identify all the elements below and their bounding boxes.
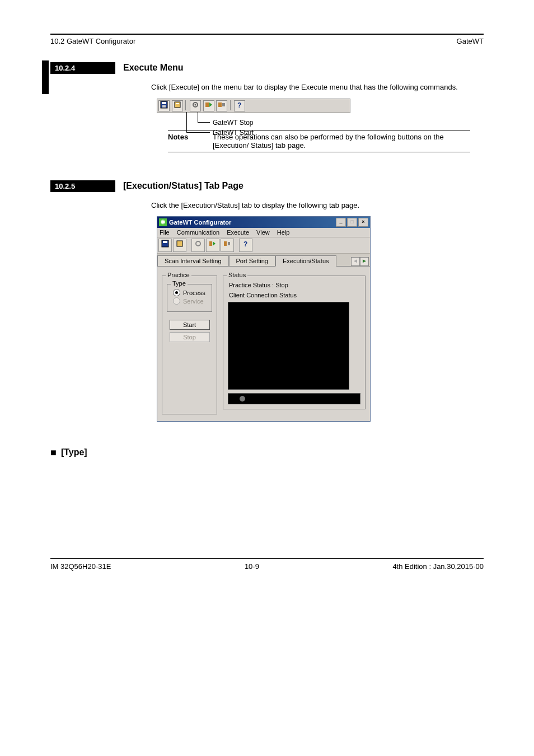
svg-rect-18 xyxy=(224,241,227,246)
help-icon: ? xyxy=(234,100,245,111)
menu-communication[interactable]: Communication xyxy=(177,229,219,236)
svg-rect-13 xyxy=(163,241,167,243)
menu-view[interactable]: View xyxy=(256,229,270,236)
svg-rect-19 xyxy=(228,242,230,245)
footer-left: IM 32Q56H20-31E xyxy=(50,562,111,571)
stop-icon[interactable] xyxy=(221,239,234,252)
svg-point-6 xyxy=(194,104,196,105)
radio-service xyxy=(173,297,180,305)
section3-title: [Type] xyxy=(61,447,87,458)
svg-rect-3 xyxy=(175,102,180,108)
gear-icon xyxy=(190,100,201,111)
type-legend: Type xyxy=(171,280,188,287)
app-icon: ✱ xyxy=(159,218,167,226)
status-indicator-bar xyxy=(228,393,360,404)
callout-stop: GateWT Stop xyxy=(213,119,253,127)
configurator-window: ✱ GateWT Configurator _ □ × File Communi… xyxy=(157,216,371,422)
section-body-2: Click the [Execution/Status] tab to disp… xyxy=(151,200,484,211)
menu-execute[interactable]: Execute xyxy=(227,229,249,236)
gear-icon[interactable] xyxy=(191,239,205,252)
menu-bar: File Communication Execute View Help xyxy=(157,228,370,237)
client-connection-list xyxy=(228,302,349,390)
tab-scroll-left-icon: ◄ xyxy=(351,257,360,266)
tab-port-setting[interactable]: Port Setting xyxy=(229,255,275,266)
notes-label: Notes xyxy=(168,133,213,150)
practice-group: Practice Type Process Service Sta xyxy=(162,276,217,414)
svg-rect-14 xyxy=(177,241,182,246)
title-bar: ✱ GateWT Configurator _ □ × xyxy=(157,217,370,228)
header-left: 10.2 GateWT Configurator xyxy=(50,37,135,45)
config-icon[interactable] xyxy=(173,239,186,252)
svg-rect-4 xyxy=(176,103,179,104)
section-title-1: Execute Menu xyxy=(123,63,184,73)
tab-scan-interval[interactable]: Scan Interval Setting xyxy=(157,255,229,266)
svg-marker-8 xyxy=(209,102,212,107)
maximize-button: □ xyxy=(347,218,357,227)
save-icon xyxy=(158,100,170,111)
svg-rect-10 xyxy=(222,103,225,106)
save-icon[interactable] xyxy=(158,239,172,252)
window-title: GateWT Configurator xyxy=(169,219,231,226)
start-icon xyxy=(203,100,214,111)
status-legend: Status xyxy=(227,272,247,278)
section-title-2: [Execution/Status] Tab Page xyxy=(123,181,243,191)
svg-rect-2 xyxy=(162,105,166,108)
window-toolbar: ? xyxy=(157,237,370,254)
tab-scroll-right-icon[interactable]: ► xyxy=(360,257,369,266)
svg-text:?: ? xyxy=(237,101,241,109)
side-marker xyxy=(42,60,49,94)
section3-bullet: ■ xyxy=(50,447,57,458)
radio-process-label: Process xyxy=(183,290,205,296)
tab-execution-status[interactable]: Execution/Status xyxy=(275,255,336,267)
menu-file[interactable]: File xyxy=(160,229,170,236)
start-icon[interactable] xyxy=(206,239,219,252)
svg-point-15 xyxy=(196,241,200,246)
practice-legend: Practice xyxy=(166,272,191,278)
svg-rect-9 xyxy=(218,102,222,107)
section-label-2: 10.2.5 xyxy=(50,180,115,192)
callout-start: GateWT Start xyxy=(213,129,254,137)
radio-service-label: Service xyxy=(183,298,204,305)
status-indicator-icon xyxy=(240,396,245,402)
section-label-1: 10.2.4 xyxy=(50,62,115,74)
config-icon xyxy=(172,100,183,111)
svg-rect-16 xyxy=(209,241,212,246)
stop-button: Stop xyxy=(170,332,210,342)
close-button[interactable]: × xyxy=(358,218,368,227)
type-group: Type Process Service xyxy=(167,284,212,312)
start-button[interactable]: Start xyxy=(170,320,210,330)
svg-text:?: ? xyxy=(243,240,247,248)
radio-process[interactable] xyxy=(173,289,180,296)
status-group: Status Practice Status : Stop Client Con… xyxy=(223,276,366,409)
stop-icon xyxy=(216,100,227,111)
tab-bar: Scan Interval Setting Port Setting Execu… xyxy=(157,254,370,267)
footer-right: 4th Edition : Jan.30,2015-00 xyxy=(392,562,484,571)
practice-status-text: Practice Status : Stop xyxy=(229,282,360,288)
svg-rect-1 xyxy=(162,102,166,104)
minimize-button[interactable]: _ xyxy=(336,218,346,227)
toolbar-figure: ? xyxy=(157,99,350,113)
help-icon[interactable]: ? xyxy=(239,239,252,252)
menu-help[interactable]: Help xyxy=(277,229,290,236)
svg-rect-7 xyxy=(205,102,209,107)
svg-marker-17 xyxy=(213,241,216,246)
section-body-1: Click [Execute] on the menu bar to displ… xyxy=(151,82,484,93)
footer-center: 10-9 xyxy=(245,562,259,571)
client-status-label: Client Connection Status xyxy=(229,292,360,298)
header-right: GateWT xyxy=(457,37,484,45)
